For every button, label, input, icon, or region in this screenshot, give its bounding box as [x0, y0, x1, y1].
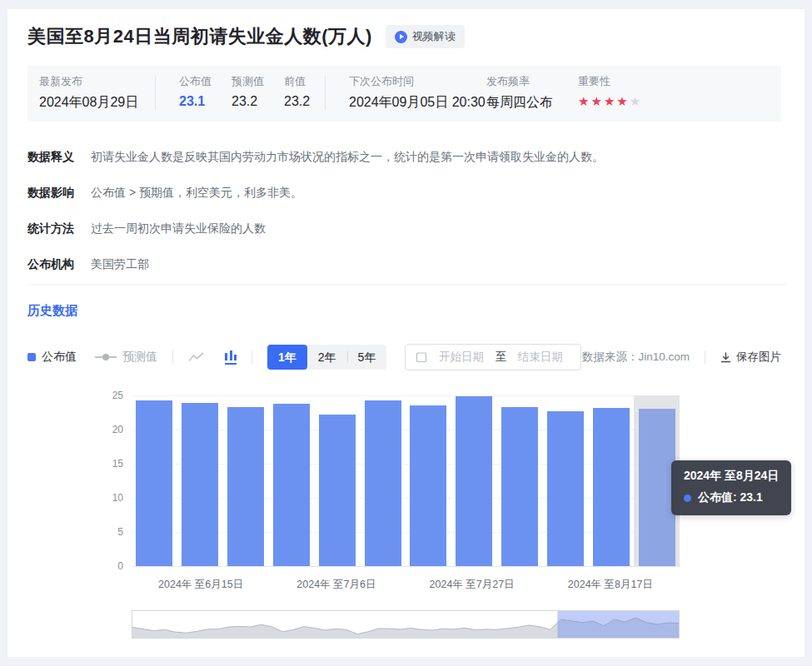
download-icon	[720, 352, 731, 363]
indicator-card: 美国至8月24日当周初请失业金人数(万人) 视频解读 最新发布 2024年08月…	[7, 8, 805, 658]
legend-line-dot-icon	[95, 356, 117, 358]
date-separator: 至	[496, 350, 507, 365]
x-axis-label	[541, 578, 568, 592]
bar-slot	[223, 395, 269, 566]
y-axis-tick: 20	[98, 424, 123, 435]
importance: 重要性 ★★★★★	[578, 74, 695, 112]
bar-至7月27日[interactable]	[456, 396, 492, 566]
bar-slot	[314, 395, 360, 566]
end-date-placeholder[interactable]: 结束日期	[510, 350, 570, 365]
legend-published[interactable]: 公布值	[27, 350, 77, 365]
x-axis-label: 2024年 至7月27日	[430, 578, 515, 592]
navigator-selection[interactable]	[557, 611, 679, 638]
bars-layer	[132, 395, 680, 566]
bar-slot	[268, 395, 314, 566]
bar-chart-plot: 0510152025 2024年 至8月24日 公布值: 23.1	[132, 395, 680, 566]
data-source: 数据来源：Jin10.com	[582, 350, 690, 365]
bar-至6月22日[interactable]	[227, 407, 264, 566]
bar-至8月10日[interactable]	[547, 411, 584, 566]
bar-slot	[177, 395, 223, 566]
y-axis-tick: 10	[98, 492, 123, 504]
star-icon: ★	[578, 94, 590, 108]
tab-1year[interactable]: 1年	[267, 345, 307, 370]
divider	[155, 76, 156, 110]
x-axis-label: 2024年 至7月6日	[296, 578, 376, 592]
line-chart-icon[interactable]	[188, 351, 205, 363]
date-range-picker[interactable]: 开始日期 至 结束日期	[405, 344, 581, 370]
previous-value: 前值 23.2	[284, 74, 310, 112]
x-axis-label	[653, 578, 680, 592]
bar-至7月20日[interactable]	[410, 405, 446, 566]
chart-type-switch	[188, 350, 237, 365]
bar-至8月3日[interactable]	[501, 407, 538, 566]
bar-至7月6日[interactable]	[319, 415, 356, 566]
legend-square-icon	[27, 353, 36, 361]
x-axis-label	[515, 578, 541, 592]
bar-至8月24日[interactable]	[639, 409, 675, 566]
data-zoom-navigator[interactable]	[132, 610, 680, 639]
play-icon	[395, 31, 407, 43]
tab-5year[interactable]: 5年	[347, 345, 387, 370]
x-axis-label	[403, 578, 430, 592]
video-explain-button[interactable]: 视频解读	[386, 25, 465, 48]
calendar-icon	[416, 351, 427, 363]
legend-forecast[interactable]: 预测值	[95, 350, 157, 365]
bar-至6月29日[interactable]	[273, 404, 310, 566]
bar-至6月8日[interactable]	[136, 400, 172, 566]
importance-stars: ★★★★★	[578, 94, 695, 109]
meta-row-definition: 数据释义 初请失业金人数是反映其国内劳动力市场状况的指标之一，统计的是第一次申请…	[27, 139, 786, 175]
bar-slot	[542, 395, 588, 566]
history-chart: 0510152025 2024年 至8月24日 公布值: 23.1 2024年 …	[27, 395, 786, 639]
bar-至6月15日[interactable]	[182, 403, 218, 566]
tab-2year[interactable]: 2年	[307, 345, 347, 370]
page-title: 美国至8月24日当周初请失业金人数(万人)	[27, 24, 372, 49]
meta-row-agency: 公布机构 美国劳工部	[27, 246, 786, 282]
next-release: 下次公布时间 2024年09月05日 20:30	[349, 74, 486, 112]
summary-bar: 最新发布 2024年08月29日 公布值 23.1 预测值 23.2 前值 23…	[27, 66, 781, 122]
y-axis-tick: 5	[98, 526, 123, 538]
latest-release: 最新发布 2024年08月29日	[39, 74, 155, 112]
x-axis: 2024年 至6月15日2024年 至7月6日2024年 至7月27日2024年…	[132, 578, 680, 592]
bar-slot	[406, 395, 451, 566]
video-explain-label: 视频解读	[412, 29, 456, 44]
divider	[705, 350, 705, 364]
forecast-value: 预测值 23.2	[232, 74, 264, 112]
x-axis-label	[132, 578, 158, 592]
series-dot-icon	[684, 495, 691, 502]
x-axis-label: 2024年 至6月15日	[158, 578, 243, 592]
start-date-placeholder[interactable]: 开始日期	[431, 350, 491, 365]
star-icon: ★	[616, 94, 629, 108]
history-section-title: 历史数据	[27, 303, 786, 319]
page-header: 美国至8月24日当周初请失业金人数(万人) 视频解读	[27, 24, 786, 49]
values-group: 公布值 23.1 预测值 23.2 前值 23.2	[179, 74, 325, 112]
meta-row-impact: 数据影响 公布值 > 预期值，利空美元，利多非美。	[27, 175, 786, 211]
y-axis-tick: 0	[98, 560, 123, 572]
bar-slot	[132, 395, 177, 566]
divider	[325, 76, 326, 110]
bar-至8月17日[interactable]	[593, 408, 630, 566]
section-divider	[27, 284, 786, 285]
y-axis-tick: 25	[98, 390, 123, 401]
published-value: 公布值 23.1	[179, 74, 212, 112]
x-axis-label	[376, 578, 402, 592]
divider	[172, 350, 173, 364]
bar-slot	[451, 395, 497, 566]
divider	[252, 350, 252, 364]
chart-tooltip: 2024年 至8月24日 公布值: 23.1	[671, 460, 791, 515]
x-axis-label: 2024年 至8月17日	[568, 578, 653, 592]
save-image-button[interactable]: 保存图片	[720, 350, 781, 365]
bar-slot	[588, 395, 634, 566]
tooltip-value: 公布值: 23.1	[698, 490, 763, 505]
chart-toolbar: 公布值 预测值 1年 2年 5年 开始日期 至 结束日期 数据来	[27, 344, 781, 370]
toolbar-right: 数据来源：Jin10.com 保存图片	[582, 350, 781, 365]
y-axis-tick: 15	[98, 458, 123, 470]
range-tabs: 1年 2年 5年	[267, 345, 386, 370]
star-icon: ★	[590, 94, 603, 108]
bar-slot	[497, 395, 543, 566]
meta-section: 数据释义 初请失业金人数是反映其国内劳动力市场状况的指标之一，统计的是第一次申请…	[27, 139, 786, 282]
latest-release-value: 2024年08月29日	[39, 94, 155, 112]
bar-chart-icon[interactable]	[225, 350, 237, 365]
frequency: 发布频率 每周四公布	[486, 74, 578, 112]
bar-至7月13日[interactable]	[365, 400, 401, 566]
star-icon: ★	[604, 94, 616, 108]
